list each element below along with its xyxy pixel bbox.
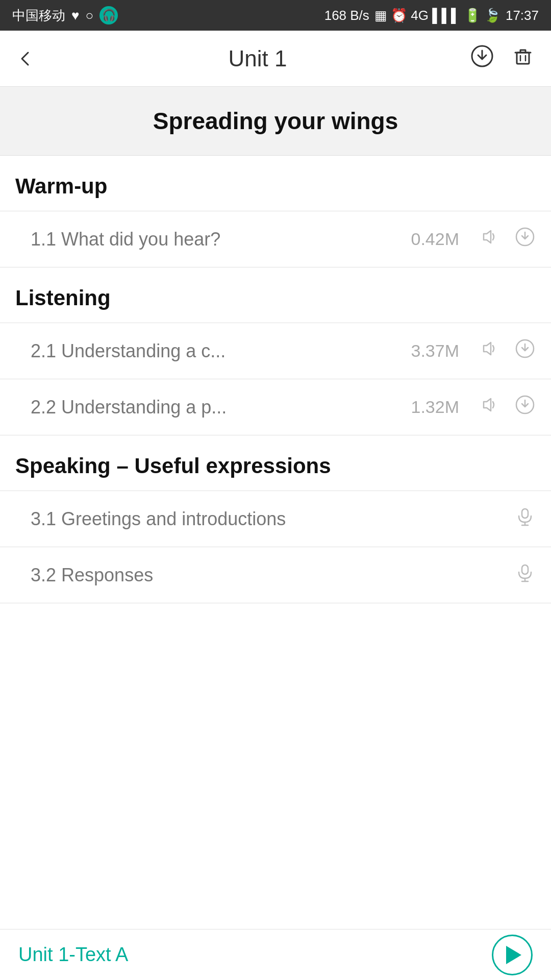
list-item: 3.2 Responses — [0, 547, 551, 603]
item-1-1-size: 0.42M — [411, 229, 460, 249]
download-icon[interactable] — [514, 338, 536, 364]
section-speaking-header: Speaking – Useful expressions — [0, 435, 551, 491]
delete-button[interactable] — [510, 43, 536, 74]
sections-container: Warm-up 1.1 What did you hear? 0.42M Lis… — [0, 156, 551, 603]
item-2-1-title: 2.1 Understanding a c... — [31, 340, 411, 362]
list-item: 2.1 Understanding a c... 3.37M — [0, 323, 551, 379]
microphone-icon[interactable] — [514, 506, 536, 532]
play-triangle-icon — [506, 946, 521, 964]
speed-text: 168 B/s — [324, 8, 369, 23]
status-bar: 中国移动 ♥ ○ 🎧 168 B/s ▦ ⏰ 4G ▌▌▌ 🔋 🍃 17:37 — [0, 0, 551, 31]
status-right: 168 B/s ▦ ⏰ 4G ▌▌▌ 🔋 🍃 17:37 — [324, 8, 539, 23]
signal-icons: ▦ ⏰ 4G ▌▌▌ 🔋 🍃 — [374, 8, 500, 23]
audio-icon[interactable] — [478, 226, 499, 252]
item-3-2-title: 3.2 Responses — [31, 565, 514, 586]
section-warmup-label: Warm-up — [15, 174, 107, 198]
item-2-2-size: 1.32M — [411, 397, 460, 417]
headset-icon: 🎧 — [99, 6, 118, 24]
item-3-2-icons — [514, 562, 536, 588]
heart-icon: ♥ — [71, 8, 79, 23]
item-3-1-icons — [514, 506, 536, 532]
svg-rect-5 — [522, 509, 528, 518]
back-button[interactable] — [15, 48, 46, 69]
nav-actions — [469, 43, 536, 74]
item-2-2-title: 2.2 Understanding a p... — [31, 397, 411, 418]
item-2-1-icons — [478, 338, 536, 364]
section-speaking-label: Speaking – Useful expressions — [15, 454, 331, 478]
download-button[interactable] — [469, 43, 495, 74]
unit-banner: Spreading your wings — [0, 87, 551, 156]
audio-icon[interactable] — [478, 338, 499, 364]
section-listening-header: Listening — [0, 267, 551, 323]
item-2-2-icons — [478, 394, 536, 420]
bottom-bar-title: Unit 1-Text A — [18, 944, 128, 966]
download-icon[interactable] — [514, 226, 536, 252]
list-item: 3.1 Greetings and introductions — [0, 491, 551, 547]
nav-title: Unit 1 — [229, 46, 287, 71]
download-icon[interactable] — [514, 394, 536, 420]
list-item: 1.1 What did you hear? 0.42M — [0, 211, 551, 267]
ghost-icon: ○ — [85, 8, 93, 23]
list-item: 2.2 Understanding a p... 1.32M — [0, 379, 551, 435]
item-1-1-icons — [478, 226, 536, 252]
nav-bar: Unit 1 — [0, 31, 551, 87]
carrier-text: 中国移动 — [12, 7, 65, 24]
play-button[interactable] — [492, 935, 533, 975]
item-2-1-size: 3.37M — [411, 341, 460, 361]
time-text: 17:37 — [506, 8, 539, 23]
svg-rect-8 — [522, 565, 528, 574]
item-3-1-title: 3.1 Greetings and introductions — [31, 508, 514, 530]
unit-banner-title: Spreading your wings — [15, 107, 536, 135]
audio-icon[interactable] — [478, 394, 499, 420]
status-left: 中国移动 ♥ ○ 🎧 — [12, 6, 118, 24]
microphone-icon[interactable] — [514, 562, 536, 588]
item-1-1-title: 1.1 What did you hear? — [31, 229, 411, 250]
section-warmup-header: Warm-up — [0, 156, 551, 211]
bottom-bar: Unit 1-Text A — [0, 929, 551, 980]
section-listening-label: Listening — [15, 286, 111, 310]
svg-rect-1 — [517, 53, 529, 64]
